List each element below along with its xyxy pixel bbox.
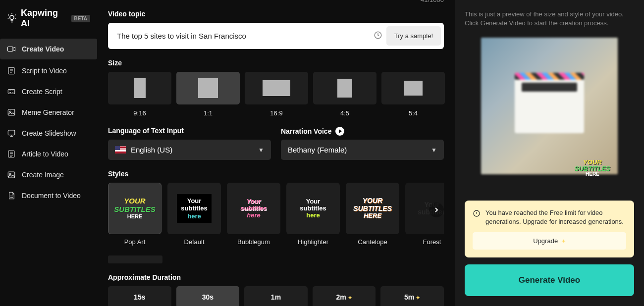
- premium-icon: ✦: [416, 295, 420, 301]
- sidebar: Kapwing AI BETA Create Video Script to V…: [0, 0, 97, 306]
- styles-label: Styles: [108, 170, 444, 178]
- upgrade-button[interactable]: Upgrade ✦: [473, 232, 626, 250]
- generate-video-button[interactable]: Generate Video: [465, 264, 634, 296]
- nav-create-slideshow[interactable]: Create Slideshow: [0, 123, 97, 144]
- image-icon: [7, 170, 16, 179]
- flag-us-icon: [115, 146, 126, 153]
- preview-description: This is just a preview of the size and s…: [465, 10, 634, 28]
- svg-point-0: [10, 15, 14, 19]
- voice-select[interactable]: Bethany (Female) ▼: [281, 140, 444, 160]
- style-pop-art[interactable]: YOURSUBTITLESHERE Pop Art: [108, 183, 161, 246]
- image-icon: [7, 108, 16, 117]
- styles-options: YOURSUBTITLESHERE Pop Art Yoursubtitlesh…: [108, 183, 444, 246]
- language-select[interactable]: English (US) ▼: [108, 140, 271, 160]
- nav-label: Document to Video: [22, 192, 81, 200]
- size-option-916[interactable]: 9:16: [108, 72, 171, 117]
- chevron-down-icon: ▼: [431, 147, 437, 153]
- slideshow-icon: [7, 129, 16, 138]
- svg-rect-3: [8, 90, 15, 94]
- history-icon[interactable]: [370, 31, 386, 42]
- duration-label: Approximate Duration: [108, 273, 444, 281]
- voice-value: Bethany (Female): [288, 146, 347, 154]
- svg-rect-8: [8, 172, 15, 178]
- size-option-11[interactable]: 1:1: [176, 72, 240, 117]
- voice-label: Narration Voice: [281, 127, 331, 135]
- nav-label: Script to Video: [22, 67, 67, 75]
- language-label: Language of Text Input: [108, 127, 271, 135]
- video-topic-label: Video topic: [108, 10, 444, 18]
- style-default[interactable]: Yoursubtitleshere Default: [167, 183, 221, 246]
- brand-name: Kapwing AI: [21, 8, 67, 29]
- style-bubblegum[interactable]: Yoursubtitleshere Bubblegum: [227, 183, 280, 246]
- try-sample-button[interactable]: Try a sample!: [386, 26, 441, 46]
- nav-create-image[interactable]: Create Image: [0, 164, 97, 185]
- video-icon: [7, 45, 16, 53]
- upgrade-warning: You have reached the Free limit for vide…: [465, 201, 634, 257]
- brand-logo: Kapwing AI BETA: [0, 0, 97, 38]
- script-icon: [7, 66, 16, 75]
- duration-5m[interactable]: 5m✦: [380, 286, 444, 306]
- info-icon: [473, 209, 481, 217]
- main-content: Video topic 41/1000 Try a sample! Size 9…: [97, 0, 455, 306]
- styles-next-button[interactable]: [429, 203, 444, 217]
- nav-article-to-video[interactable]: Article to Video: [0, 144, 97, 164]
- nav-script-to-video[interactable]: Script to Video: [0, 60, 97, 81]
- preview-subtitle-overlay: YOUR SUBTITLES HERE: [575, 159, 610, 177]
- nav-label: Create Video: [22, 45, 64, 53]
- article-icon: [7, 150, 16, 158]
- preview-thumbnail: [481, 38, 618, 174]
- document-icon: [7, 191, 16, 200]
- topic-input-row: Try a sample!: [108, 23, 444, 49]
- duration-options: 15s 30s 1m 2m✦ 5m✦: [108, 286, 444, 306]
- topic-input[interactable]: [110, 25, 370, 47]
- warning-text: You have reached the Free limit for vide…: [485, 208, 626, 226]
- language-value: English (US): [131, 146, 172, 154]
- chevron-down-icon: ▼: [258, 147, 264, 153]
- lightbulb-icon: [7, 13, 17, 23]
- sparkle-icon: ✦: [561, 238, 566, 244]
- style-highlighter[interactable]: Yoursubtitleshere Highlighter: [286, 183, 340, 246]
- beta-badge: BETA: [71, 15, 90, 22]
- duration-2m[interactable]: 2m✦: [313, 286, 376, 306]
- nav-label: Meme Generator: [22, 108, 74, 116]
- nav-label: Create Slideshow: [22, 129, 76, 137]
- size-label: Size: [108, 59, 444, 67]
- duration-15s[interactable]: 15s: [108, 286, 171, 306]
- size-option-45[interactable]: 4:5: [313, 72, 376, 117]
- char-count: 41/1000: [421, 0, 444, 3]
- nav-label: Create Image: [22, 171, 64, 179]
- nav-label: Create Script: [22, 88, 62, 96]
- style-cantelope[interactable]: YOURSUBTITLESHERE Cantelope: [346, 183, 399, 246]
- nav-document-to-video[interactable]: Document to Video: [0, 185, 97, 206]
- styles-scrollbar[interactable]: [108, 255, 162, 263]
- svg-rect-1: [8, 47, 13, 51]
- play-icon[interactable]: [335, 127, 344, 136]
- preview-panel: This is just a preview of the size and s…: [455, 0, 644, 306]
- nav-create-video[interactable]: Create Video: [0, 39, 97, 59]
- size-option-54[interactable]: 5:4: [381, 72, 445, 117]
- size-options: 9:16 1:1 16:9 4:5 5:4: [108, 72, 444, 117]
- nav-meme-generator[interactable]: Meme Generator: [0, 102, 97, 123]
- create-script-icon: [7, 87, 16, 96]
- size-option-169[interactable]: 16:9: [245, 72, 308, 117]
- svg-rect-4: [8, 109, 15, 115]
- nav-label: Article to Video: [22, 150, 68, 158]
- premium-icon: ✦: [348, 295, 352, 301]
- svg-rect-6: [8, 130, 15, 135]
- duration-30s[interactable]: 30s: [176, 286, 240, 306]
- nav-create-script[interactable]: Create Script: [0, 81, 97, 102]
- duration-1m[interactable]: 1m: [244, 286, 308, 306]
